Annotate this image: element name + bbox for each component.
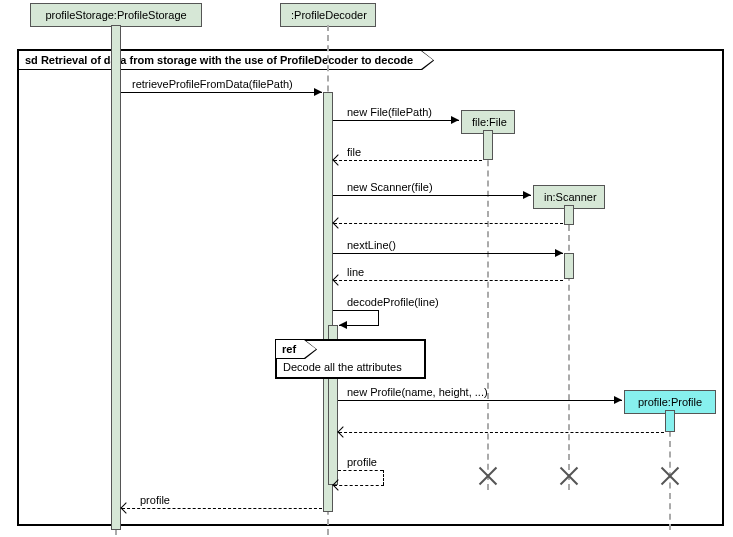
msg-label: line [347, 266, 364, 278]
destroy-profile [660, 466, 680, 486]
activation-profile-storage [111, 25, 121, 530]
msg-label: new Profile(name, height, ...) [347, 386, 488, 398]
msg-new-file [333, 120, 459, 121]
lifeline-scanner [568, 205, 570, 490]
msg-return-final [122, 508, 322, 509]
msg-label: profile [347, 456, 377, 468]
msg-new-scanner [333, 195, 531, 196]
msg-label: nextLine() [347, 239, 396, 251]
msg-label: retrieveProfileFromData(filePath) [132, 78, 293, 90]
destroy-scanner [559, 466, 579, 486]
arrow [339, 321, 347, 329]
arrow [614, 396, 622, 404]
msg-self-decode-v [378, 310, 379, 325]
msg-label: profile [140, 494, 170, 506]
participant-label: in:Scanner [544, 191, 597, 203]
msg-label: file [347, 146, 361, 158]
participant-label: file:File [472, 116, 507, 128]
msg-return-line [334, 280, 563, 281]
msg-label: new File(filePath) [347, 106, 432, 118]
msg-self-return-h1 [338, 470, 383, 471]
msg-self-return-v [383, 470, 384, 485]
ref-box: ref Decode all the attributes [275, 339, 426, 379]
msg-self-decode-h1 [333, 310, 378, 311]
participant-profile-decoder: :ProfileDecoder [280, 3, 376, 27]
arrow [555, 249, 563, 257]
frame-label: sd Retrieval of data from storage with t… [19, 51, 433, 69]
frame-label-container: sd Retrieval of data from storage with t… [19, 51, 434, 70]
msg-return-scanner [334, 223, 563, 224]
activation-scanner-2 [564, 253, 574, 279]
activation-profile [665, 410, 675, 432]
participant-label: :ProfileDecoder [291, 9, 367, 21]
msg-retrieve [121, 92, 322, 93]
arrow [314, 88, 322, 96]
msg-nextline [333, 253, 563, 254]
participant-label: profile:Profile [638, 396, 702, 408]
msg-new-profile [338, 400, 622, 401]
msg-return-profile [339, 432, 664, 433]
participant-label: profileStorage:ProfileStorage [45, 9, 186, 21]
msg-return-file [334, 160, 482, 161]
arrow [523, 191, 531, 199]
participant-profile-storage: profileStorage:ProfileStorage [30, 3, 202, 27]
msg-label: new Scanner(file) [347, 181, 433, 193]
destroy-file [478, 466, 498, 486]
activation-file [483, 130, 493, 160]
activation-scanner-1 [564, 205, 574, 225]
msg-label: decodeProfile(line) [347, 296, 439, 308]
lifeline-file [487, 130, 489, 490]
arrow [451, 116, 459, 124]
